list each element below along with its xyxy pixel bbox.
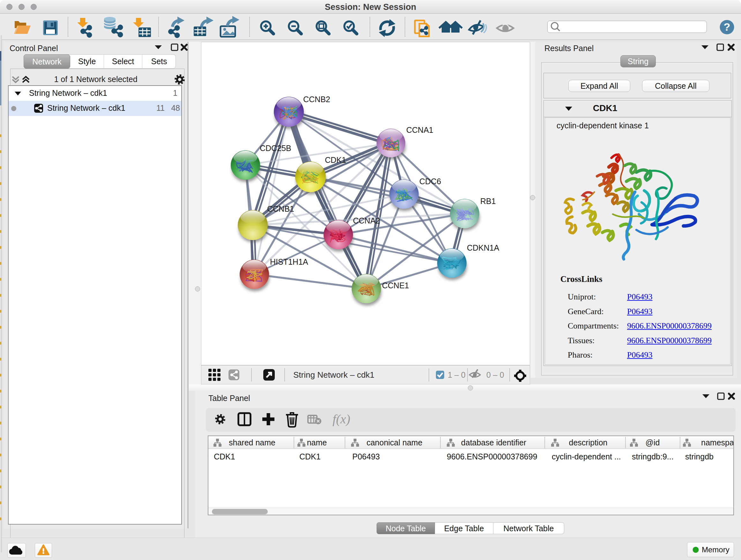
svg-text:RB1: RB1 [480,197,496,206]
svg-text:CDKN1A: CDKN1A [467,243,499,252]
svg-text:Memory: Memory [702,545,730,554]
svg-text:CCNA1: CCNA1 [406,125,433,134]
svg-text:CDC6: CDC6 [419,177,441,186]
svg-text:CCNB2: CCNB2 [303,95,330,104]
svg-text:description: description [569,438,608,447]
svg-text:?: ? [724,21,731,33]
svg-text:CDK1: CDK1 [325,155,346,165]
svg-text:database identifier: database identifier [461,438,526,447]
svg-text:CCNB1: CCNB1 [267,204,294,213]
svg-text:@id: @id [646,438,660,447]
svg-text:CCNE1: CCNE1 [382,281,409,290]
svg-text:name: name [307,438,327,447]
svg-text:1 of 1 Network selected: 1 of 1 Network selected [54,75,137,84]
svg-text:CCNA2: CCNA2 [353,216,380,225]
svg-text:namespace: namespace [701,438,734,447]
svg-text:0 – 0: 0 – 0 [486,370,504,379]
svg-text:CDC25B: CDC25B [260,144,291,152]
svg-text:1 – 0: 1 – 0 [448,370,466,379]
svg-text:f(x): f(x) [333,412,350,426]
svg-text:shared name: shared name [229,438,275,447]
svg-text:canonical name: canonical name [366,438,422,447]
svg-text:String Network – cdk1: String Network – cdk1 [293,370,374,380]
svg-text:HIST1H1A: HIST1H1A [270,257,308,266]
